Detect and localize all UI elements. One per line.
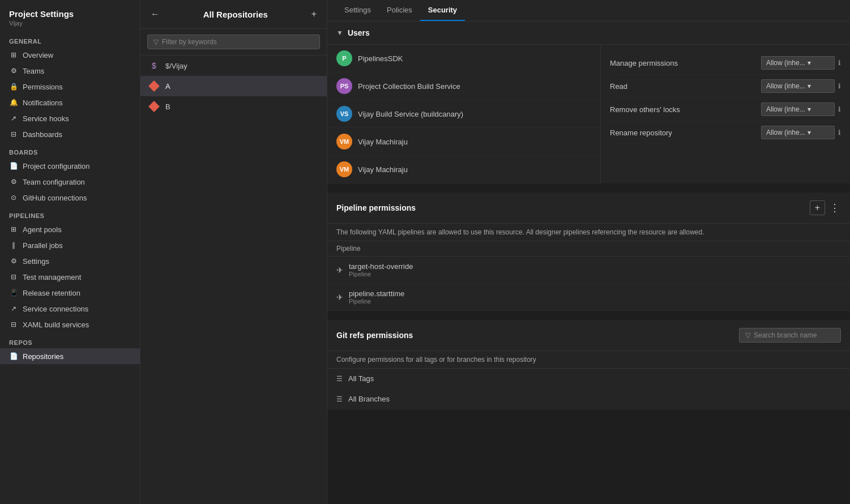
avatar-vijay-machiraju-1: VM bbox=[336, 134, 352, 150]
collapse-icon[interactable]: ▼ bbox=[336, 29, 343, 37]
gitrefs-header: Git refs permissions ▽ Search branch nam… bbox=[327, 320, 850, 351]
sidebar-item-settings[interactable]: ⚙ Settings bbox=[0, 253, 140, 269]
xaml-icon: ⊟ bbox=[9, 320, 18, 329]
pipeline-icon-target-host: ✈ bbox=[336, 266, 343, 275]
gitrefs-row-all-branches[interactable]: ☰ All Branches bbox=[327, 389, 850, 409]
bell-icon: 🔔 bbox=[9, 98, 18, 107]
permission-select-manage[interactable]: Allow (inhe... ▾ bbox=[761, 56, 835, 70]
tab-settings[interactable]: Settings bbox=[336, 0, 379, 21]
user-name-vijay-build-service: Vijay Build Service (buildcanary) bbox=[358, 110, 463, 118]
sidebar-item-service-hooks[interactable]: ↗ Service hooks bbox=[0, 110, 140, 126]
info-icon-remove-locks[interactable]: ℹ bbox=[838, 105, 841, 113]
user-row-vijay-machiraju-1[interactable]: VM Vijay Machiraju bbox=[327, 128, 600, 156]
pipeline-row-starttime[interactable]: ✈ pipeline.starttime Pipeline bbox=[327, 284, 850, 311]
sidebar-item-permissions[interactable]: 🔒 Permissions bbox=[0, 79, 140, 95]
users2-icon: ⚙ bbox=[9, 177, 18, 186]
pipeline-info-starttime: pipeline.starttime Pipeline bbox=[349, 289, 404, 305]
gitrefs-icon-all-tags: ☰ bbox=[336, 375, 343, 383]
gitrefs-icon-all-branches: ☰ bbox=[336, 395, 343, 403]
sidebar-label-notifications: Notifications bbox=[23, 99, 63, 107]
sidebar-label-permissions: Permissions bbox=[23, 83, 63, 91]
pipeline-row-target-host[interactable]: ✈ target-host-override Pipeline bbox=[327, 257, 850, 284]
permission-row-read: Read Allow (inhe... ▾ ℹ bbox=[610, 75, 841, 98]
add-repo-button[interactable]: + bbox=[310, 8, 318, 20]
agents-icon: ⊞ bbox=[9, 225, 18, 234]
permission-select-remove-locks[interactable]: Allow (inhe... ▾ bbox=[761, 102, 835, 116]
dollar-repo-icon: $ bbox=[148, 60, 160, 71]
user-name-vijay-machiraju-1: Vijay Machiraju bbox=[358, 138, 408, 146]
repo-item-dollar-vijay[interactable]: $ $/Vijay bbox=[140, 55, 327, 76]
sidebar-item-test-management[interactable]: ⊟ Test management bbox=[0, 269, 140, 285]
permission-control-rename: Allow (inhe... ▾ ℹ bbox=[761, 126, 841, 139]
phone-icon: 📱 bbox=[9, 288, 18, 297]
sidebar-item-project-configuration[interactable]: 📄 Project configuration bbox=[0, 158, 140, 174]
permission-select-rename[interactable]: Allow (inhe... ▾ bbox=[761, 126, 835, 139]
sidebar-item-github-connections[interactable]: ⊙ GitHub connections bbox=[0, 190, 140, 206]
search-branch-input[interactable]: ▽ Search branch name bbox=[739, 328, 841, 343]
repo-item-b[interactable]: B bbox=[140, 96, 327, 117]
filter-bar: ▽ Filter by keywords bbox=[140, 29, 327, 55]
pipeline-description: The following YAML pipelines are allowed… bbox=[327, 224, 850, 241]
pipeline-header: Pipeline permissions + ⋮ bbox=[327, 193, 850, 224]
repo-label-b: B bbox=[165, 102, 170, 111]
avatar-vijay-machiraju-2: VM bbox=[336, 161, 352, 177]
connection-icon: ↗ bbox=[9, 304, 18, 313]
gitrefs-name-all-branches: All Branches bbox=[348, 395, 390, 403]
section-boards: Boards bbox=[0, 142, 140, 158]
pipeline-header-actions: + ⋮ bbox=[810, 200, 841, 215]
sidebar-item-release-retention[interactable]: 📱 Release retention bbox=[0, 285, 140, 301]
permission-select-read[interactable]: Allow (inhe... ▾ bbox=[761, 79, 835, 93]
chevron-down-icon: ▾ bbox=[808, 59, 811, 67]
search-branch-placeholder: Search branch name bbox=[754, 331, 817, 339]
diamond-repo-icon-a bbox=[148, 80, 160, 92]
sidebar-item-teams[interactable]: ⚙ Teams bbox=[0, 63, 140, 79]
chevron-down-icon: ▾ bbox=[808, 82, 811, 90]
filter-icon: ▽ bbox=[153, 38, 159, 46]
user-name-vijay-machiraju-2: Vijay Machiraju bbox=[358, 165, 408, 174]
sidebar-item-parallel-jobs[interactable]: ∥ Parallel jobs bbox=[0, 237, 140, 253]
sidebar-item-overview[interactable]: ⊞ Overview bbox=[0, 47, 140, 63]
gitrefs-row-all-tags[interactable]: ☰ All Tags bbox=[327, 369, 850, 389]
sidebar-title: Project Settings bbox=[9, 9, 131, 19]
info-icon-manage[interactable]: ℹ bbox=[838, 59, 841, 67]
permission-label-rename: Rename repository bbox=[610, 129, 761, 137]
hook-icon: ↗ bbox=[9, 114, 18, 123]
sidebar-label-release-retention: Release retention bbox=[23, 289, 80, 297]
filter-input[interactable]: ▽ Filter by keywords bbox=[147, 35, 320, 49]
sidebar-item-team-configuration[interactable]: ⚙ Team configuration bbox=[0, 174, 140, 190]
user-row-pipelines-sdk[interactable]: P PipelinesSDK bbox=[327, 45, 600, 72]
repo-icon: 📄 bbox=[9, 352, 18, 361]
user-row-project-collection[interactable]: PS Project Collection Build Service bbox=[327, 72, 600, 100]
table-icon: ⊟ bbox=[9, 130, 18, 139]
sidebar-item-service-connections[interactable]: ↗ Service connections bbox=[0, 301, 140, 317]
lock-icon: 🔒 bbox=[9, 82, 18, 91]
permission-control-read: Allow (inhe... ▾ ℹ bbox=[761, 79, 841, 93]
sidebar-label-overview: Overview bbox=[23, 51, 53, 59]
sidebar-item-agent-pools[interactable]: ⊞ Agent pools bbox=[0, 221, 140, 237]
middle-panel: ← All Repositories + ▽ Filter by keyword… bbox=[140, 0, 327, 504]
chevron-down-icon: ▾ bbox=[808, 129, 811, 136]
sidebar-item-dashboards[interactable]: ⊟ Dashboards bbox=[0, 126, 140, 142]
info-icon-read[interactable]: ℹ bbox=[838, 82, 841, 90]
repo-item-a[interactable]: A bbox=[140, 76, 327, 96]
section-general: General bbox=[0, 31, 140, 47]
sidebar-item-xaml-build[interactable]: ⊟ XAML build services bbox=[0, 317, 140, 332]
pipeline-more-button[interactable]: ⋮ bbox=[828, 200, 841, 215]
tab-security[interactable]: Security bbox=[420, 0, 465, 21]
user-row-vijay-machiraju-2[interactable]: VM Vijay Machiraju bbox=[327, 156, 600, 183]
info-icon-rename[interactable]: ℹ bbox=[838, 129, 841, 136]
users-header: ▼ Users bbox=[327, 22, 850, 45]
user-row-vijay-build-service[interactable]: VS Vijay Build Service (buildcanary) bbox=[327, 100, 600, 128]
section-repos: Repos bbox=[0, 332, 140, 348]
back-button[interactable]: ← bbox=[150, 8, 161, 20]
github-icon: ⊙ bbox=[9, 193, 18, 202]
sidebar-item-repositories[interactable]: 📄 Repositories bbox=[0, 348, 140, 364]
sidebar-item-notifications[interactable]: 🔔 Notifications bbox=[0, 95, 140, 110]
tab-policies[interactable]: Policies bbox=[379, 0, 420, 21]
sidebar-header: Project Settings Vijay bbox=[0, 0, 140, 31]
sidebar-label-project-configuration: Project configuration bbox=[23, 162, 90, 170]
avatar-initials: P bbox=[342, 55, 346, 62]
add-pipeline-button[interactable]: + bbox=[810, 200, 825, 215]
pipeline-type-starttime: Pipeline bbox=[349, 298, 404, 305]
gitrefs-description: Configure permissions for all tags or fo… bbox=[327, 351, 850, 369]
